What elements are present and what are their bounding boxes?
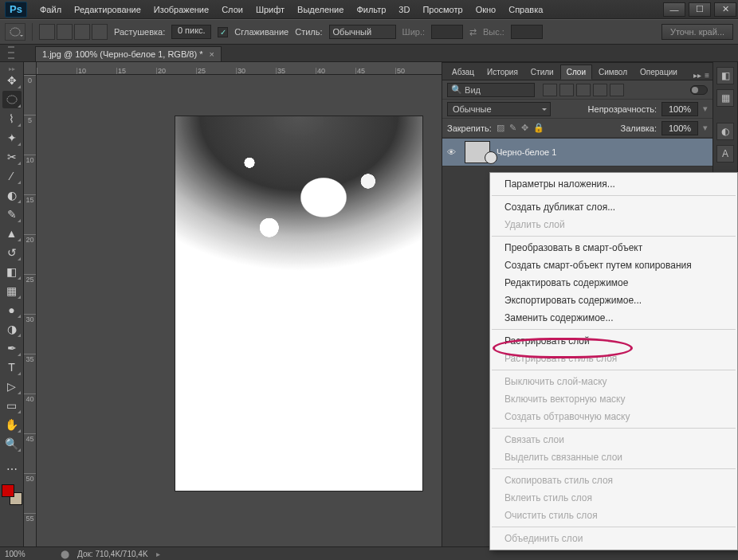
menu-window[interactable]: Окно xyxy=(469,0,503,19)
tab-character[interactable]: Символ xyxy=(592,65,634,80)
fill-input[interactable]: 100% xyxy=(661,121,698,135)
filter-adjust-icon[interactable] xyxy=(559,84,574,96)
menu-edit[interactable]: Редактирование xyxy=(68,0,147,19)
filter-toggle[interactable] xyxy=(690,85,708,95)
tool-path-select[interactable]: ▷ xyxy=(2,378,22,395)
tool-gradient[interactable]: ▦ xyxy=(2,282,22,300)
toolbox: ▸▸ ✥ ⌇ ✦ ✂ ⁄ ◐ ✎ ▲ ↺ ◧ ▦ ● ◑ ✒ T ▷ ▭ ✋ 🔍… xyxy=(0,62,24,546)
style-select[interactable]: Обычный xyxy=(329,25,396,39)
opacity-input[interactable]: 100% xyxy=(661,102,698,116)
layer-thumbnail[interactable] xyxy=(465,141,490,163)
tool-history-brush[interactable]: ↺ xyxy=(2,244,22,261)
menu-select[interactable]: Выделение xyxy=(291,0,350,19)
status-arrow-icon[interactable]: ▸ xyxy=(156,550,160,558)
tool-healing[interactable]: ◐ xyxy=(2,186,22,204)
menu-view[interactable]: Просмотр xyxy=(416,0,469,19)
lock-pixels-icon[interactable]: ✎ xyxy=(509,123,516,133)
menu-file[interactable]: Файл xyxy=(33,0,68,19)
menu-image[interactable]: Изображение xyxy=(147,0,215,19)
tool-zoom[interactable]: 🔍 xyxy=(2,435,22,452)
tool-lasso[interactable]: ⌇ xyxy=(2,110,22,127)
refine-edge-button[interactable]: Уточн. край... xyxy=(661,24,733,40)
blend-mode-select[interactable]: Обычные xyxy=(447,102,551,116)
tool-stamp[interactable]: ▲ xyxy=(2,225,22,242)
context-menu-item[interactable]: Создать смарт-объект путем копирования xyxy=(490,257,737,274)
tool-eyedropper[interactable]: ⁄ xyxy=(2,167,22,185)
layer-filter-type[interactable]: 🔍 Вид xyxy=(447,83,535,97)
tool-hand[interactable]: ✋ xyxy=(2,416,22,433)
tab-styles[interactable]: Стили xyxy=(524,65,560,80)
menu-layer[interactable]: Слои xyxy=(215,0,249,19)
panel-menu-icon[interactable]: ≡ xyxy=(705,71,709,80)
tab-actions[interactable]: Операции xyxy=(634,65,684,80)
tool-eraser[interactable]: ◧ xyxy=(2,263,22,280)
doc-profile-icon[interactable]: ⬤ xyxy=(61,550,69,558)
tool-dodge[interactable]: ◑ xyxy=(2,320,22,338)
selection-add[interactable] xyxy=(57,24,73,40)
tab-layers[interactable]: Слои xyxy=(560,65,592,80)
tool-move[interactable]: ✥ xyxy=(2,72,22,89)
layer-row[interactable]: 👁 Черно-белое 1 xyxy=(442,138,712,166)
doc-size-label[interactable]: Док: 710,4K/710,4K xyxy=(77,550,148,558)
dock-handle[interactable] xyxy=(8,46,14,59)
feather-input[interactable]: 0 пикс. xyxy=(171,25,211,39)
context-menu-item[interactable]: Редактировать содержимое xyxy=(490,274,737,292)
opacity-scrub-icon[interactable]: ▾ xyxy=(703,104,708,114)
antialias-checkbox[interactable]: ✓ xyxy=(218,27,228,37)
style-label: Стиль: xyxy=(295,27,322,37)
swap-dims-icon[interactable]: ⇄ xyxy=(469,27,477,37)
panel-more-icon[interactable]: ▸▸ xyxy=(693,71,701,80)
context-menu-item: Включить векторную маску xyxy=(490,390,737,408)
layer-name-label[interactable]: Черно-белое 1 xyxy=(497,147,556,157)
foreground-color-swatch[interactable] xyxy=(2,484,14,497)
canvas-document[interactable] xyxy=(175,116,422,491)
menu-filter[interactable]: Фильтр xyxy=(350,0,392,19)
document-tab[interactable]: 1.jpg @ 100% (Черно-белое 1, RGB/8) * × xyxy=(35,46,222,61)
lock-all-icon[interactable]: 🔒 xyxy=(533,123,544,133)
swatches-panel-icon[interactable]: ▦ xyxy=(716,89,734,107)
ruler-origin[interactable] xyxy=(24,62,37,75)
visibility-toggle-icon[interactable]: 👁 xyxy=(447,147,458,157)
tool-crop[interactable]: ✂ xyxy=(2,148,22,166)
filter-type-icon[interactable] xyxy=(576,84,591,96)
context-menu-item[interactable]: Преобразовать в смарт-объект xyxy=(490,239,737,257)
tool-rectangle[interactable]: ▭ xyxy=(2,397,22,414)
filter-smart-icon[interactable] xyxy=(610,84,624,96)
close-tab-icon[interactable]: × xyxy=(209,49,214,59)
menu-help[interactable]: Справка xyxy=(502,0,549,19)
adjustments-panel-icon[interactable]: ◐ xyxy=(716,123,734,140)
close-button[interactable]: ✕ xyxy=(714,2,736,17)
tool-preset-dropdown[interactable] xyxy=(5,23,26,41)
tool-blur[interactable]: ● xyxy=(2,301,22,319)
lock-position-icon[interactable]: ✥ xyxy=(521,123,528,133)
tool-type[interactable]: T xyxy=(2,358,22,376)
selection-subtract[interactable] xyxy=(74,24,90,40)
color-panel-icon[interactable]: ◧ xyxy=(716,67,734,84)
filter-pixel-icon[interactable] xyxy=(543,84,557,96)
tool-marquee[interactable] xyxy=(2,91,22,108)
context-menu-item[interactable]: Экспортировать содержимое... xyxy=(490,292,737,309)
zoom-field[interactable]: 100% xyxy=(5,550,53,558)
context-menu-item[interactable]: Заменить содержимое... xyxy=(490,309,737,327)
ruler-vertical[interactable]: 0510152025303540455055 xyxy=(24,75,37,546)
minimize-button[interactable]: — xyxy=(663,2,685,17)
context-menu-item[interactable]: Растрировать слой xyxy=(490,332,737,350)
tool-brush[interactable]: ✎ xyxy=(2,206,22,223)
tab-history[interactable]: История xyxy=(481,65,524,80)
selection-intersect[interactable] xyxy=(92,24,108,40)
lock-transparency-icon[interactable]: ▨ xyxy=(497,123,504,133)
menu-3d[interactable]: 3D xyxy=(392,0,416,19)
tool-wand[interactable]: ✦ xyxy=(2,129,22,147)
tab-paragraph[interactable]: Абзац xyxy=(446,65,481,80)
selection-new[interactable] xyxy=(39,24,55,40)
filter-shape-icon[interactable] xyxy=(593,84,607,96)
context-menu-item[interactable]: Параметры наложения... xyxy=(490,175,737,193)
context-menu-item[interactable]: Создать дубликат слоя... xyxy=(490,198,737,216)
maximize-button[interactable]: ☐ xyxy=(689,2,711,17)
edit-toolbar-icon[interactable]: ⋯ xyxy=(2,460,22,478)
menu-type[interactable]: Шрифт xyxy=(249,0,291,19)
tool-pen[interactable]: ✒ xyxy=(2,339,22,357)
fill-scrub-icon[interactable]: ▾ xyxy=(703,123,708,133)
color-swatches[interactable] xyxy=(2,484,22,505)
styles-panel-icon[interactable]: A xyxy=(716,145,734,163)
